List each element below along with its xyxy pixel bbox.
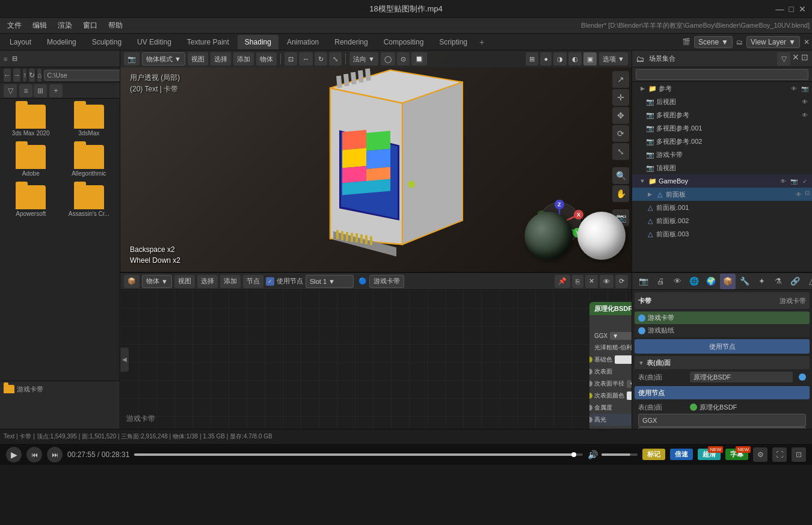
viewport-editor-type-button[interactable]: 📷	[124, 52, 140, 66]
node-delete-button[interactable]: ✕	[585, 275, 598, 288]
scale-tool-button[interactable]: ⤡	[329, 52, 342, 66]
prop-icon-object-data[interactable]: △	[804, 274, 812, 289]
vis-icon-check-gameboy[interactable]: ✓	[800, 176, 810, 186]
outliner-close-button[interactable]: ✕	[792, 52, 799, 66]
tree-item-ref-collection[interactable]: ▶ 📁 参考 👁 📷	[632, 82, 812, 95]
rotate-tool[interactable]: ⟳	[612, 125, 629, 142]
scale-tool[interactable]: ⤡	[612, 143, 629, 160]
node-add-button[interactable]: 添加	[220, 275, 241, 288]
file-item-apowersoft[interactable]: Apowersoft	[4, 183, 58, 220]
node-view-button[interactable]: 视图	[174, 275, 195, 288]
shading-material-button[interactable]: ◑	[553, 52, 567, 66]
filter-button[interactable]: ▽	[4, 84, 17, 97]
tree-item-front-panel-002[interactable]: △ 前面板.002	[632, 214, 812, 227]
menu-render[interactable]: 渲染	[53, 19, 77, 32]
tab-compositing[interactable]: Compositing	[377, 35, 431, 49]
nav-home-button[interactable]: ⌂	[37, 69, 42, 82]
snap-button[interactable]: 🔲	[411, 52, 427, 66]
tab-uv-editing[interactable]: UV Editing	[130, 35, 179, 49]
nav-refresh-button[interactable]: ↻	[29, 69, 35, 82]
tree-item-top-view[interactable]: 📷 顶视图	[632, 161, 812, 174]
base-color-swatch[interactable]	[615, 355, 632, 364]
tree-arrow-ref[interactable]: ▶	[638, 84, 647, 93]
vis-icon-eye-multiref[interactable]: 👁	[800, 110, 810, 120]
multiscatter-dropdown[interactable]: 克里斯坦森-伯利	[638, 427, 806, 429]
bottom-folder-1[interactable]: 游戏卡带	[0, 381, 120, 397]
surface-section-header[interactable]: ▼ 表(曲)面	[635, 356, 810, 369]
outliner-filter-button[interactable]: ▽	[777, 52, 790, 66]
subsurface-color-swatch[interactable]	[627, 391, 632, 400]
tree-item-multi-ref[interactable]: 📷 多视图参考 👁	[632, 108, 812, 121]
nav-back-button[interactable]: ←	[4, 69, 11, 82]
prop-icon-constraint[interactable]: 🔗	[787, 274, 803, 289]
node-copy-button[interactable]: ⎘	[572, 275, 583, 288]
tab-sculpting[interactable]: Sculpting	[85, 35, 129, 49]
subsurface-radius-socket[interactable]	[589, 381, 592, 387]
scene-dropdown[interactable]: Scene ▼	[694, 36, 733, 48]
node-editor-type-button[interactable]: 📦	[124, 275, 140, 288]
tree-item-gameboy-collection[interactable]: ▼ 📁 GameBoy 👁 📷 ✓	[632, 174, 812, 188]
vis-icon-eye-gameboy[interactable]: 👁	[778, 176, 788, 186]
menu-edit[interactable]: 编辑	[28, 19, 52, 32]
node-collapse-left[interactable]: ◀	[120, 348, 129, 372]
path-input[interactable]	[44, 70, 120, 81]
tree-item-multi-ref-001[interactable]: 📷 多视图参考.001	[632, 121, 812, 135]
ggx-dropdown[interactable]: GGX	[638, 414, 806, 427]
prop-icon-object[interactable]: 📦	[720, 274, 736, 289]
shading-eevee-button[interactable]: ▣	[583, 52, 597, 66]
volume-icon[interactable]: 🔊	[588, 450, 598, 459]
select-mode-button[interactable]: ⊡	[285, 52, 297, 66]
vis-icon-extra-fp[interactable]: ⊡	[805, 189, 810, 199]
prev-button[interactable]: ⏮	[26, 447, 42, 462]
cursor-tool[interactable]: ✛	[612, 89, 629, 106]
pan-tool[interactable]: ✋	[612, 185, 629, 202]
vis-icon-eye-fp[interactable]: 👁	[794, 189, 804, 199]
tree-item-game-cartridge-img[interactable]: 📷 游戏卡带	[632, 148, 812, 161]
prop-icon-world[interactable]: 🌍	[703, 274, 719, 289]
viewport-select-button[interactable]: 选择	[211, 52, 231, 66]
metallic-socket[interactable]	[589, 405, 592, 411]
subsurface-radius-dropdown[interactable]: ▼	[627, 380, 632, 388]
viewport-object-button[interactable]: 物体	[256, 52, 277, 66]
use-nodes-properties-button[interactable]: 使用节点	[635, 339, 810, 354]
viewport-display-button[interactable]: ◯	[381, 52, 395, 66]
play-button[interactable]: ▶	[6, 447, 22, 462]
prop-icon-render[interactable]: 📷	[636, 274, 651, 289]
file-item-3dsmax[interactable]: 3dsMax	[62, 102, 117, 139]
nav-forward-button[interactable]: →	[13, 69, 20, 82]
material-slot-2[interactable]: 游戏贴纸	[635, 324, 810, 337]
pip-button[interactable]: ⊡	[792, 447, 806, 462]
viewport-mode-dropdown[interactable]: 物体模式 ▼	[142, 52, 185, 66]
viewport-3d[interactable]: 📷 物体模式 ▼ 视图 选择 添加 物体 ⊡ ↔ ↻ ⤡	[120, 51, 632, 273]
viewport-options-button[interactable]: 选项 ▼	[599, 52, 628, 66]
rotate-tool-button[interactable]: ↻	[315, 52, 327, 66]
use-nodes-section[interactable]: 使用节点	[635, 386, 810, 399]
viewport-add-button[interactable]: 添加	[233, 52, 254, 66]
fullscreen-button[interactable]: ⛶	[772, 447, 787, 462]
use-nodes-checkbox[interactable]: ✓	[266, 277, 274, 286]
node-pin-button[interactable]: 📌	[555, 275, 570, 288]
grid-view-button[interactable]: ⊞	[34, 84, 47, 97]
tab-animation[interactable]: Animation	[280, 35, 326, 49]
menu-window[interactable]: 窗口	[78, 19, 102, 32]
node-select-button[interactable]: 选择	[197, 275, 218, 288]
proportional-edit-button[interactable]: ⊙	[397, 52, 410, 66]
progress-bar[interactable]	[134, 453, 583, 456]
tab-modeling[interactable]: Modeling	[40, 35, 84, 49]
next-button[interactable]: ⏭	[47, 447, 63, 462]
node-sync-button[interactable]: ⟳	[615, 275, 628, 288]
badge-mark[interactable]: 标记	[642, 449, 665, 460]
vis-icon-eye[interactable]: 👁	[789, 84, 799, 93]
tab-layout[interactable]: Layout	[2, 35, 38, 49]
slot-dropdown[interactable]: Slot 1 ▼	[306, 275, 354, 288]
outliner-settings-button[interactable]: ⊡	[801, 52, 808, 66]
tree-arrow-gameboy[interactable]: ▼	[638, 177, 647, 185]
material-slot-1[interactable]: 游戏卡带	[635, 312, 810, 324]
move-tool-button[interactable]: ↔	[299, 52, 313, 66]
node-node-button[interactable]: 节点	[243, 275, 263, 288]
shading-render-button[interactable]: ◐	[568, 52, 582, 66]
normal-direction-button[interactable]: 法向 ▼	[349, 52, 378, 66]
close-button[interactable]: ✕	[799, 4, 806, 14]
select-tool[interactable]: ↗	[612, 71, 629, 88]
magnify-tool[interactable]: 🔍	[612, 167, 629, 184]
